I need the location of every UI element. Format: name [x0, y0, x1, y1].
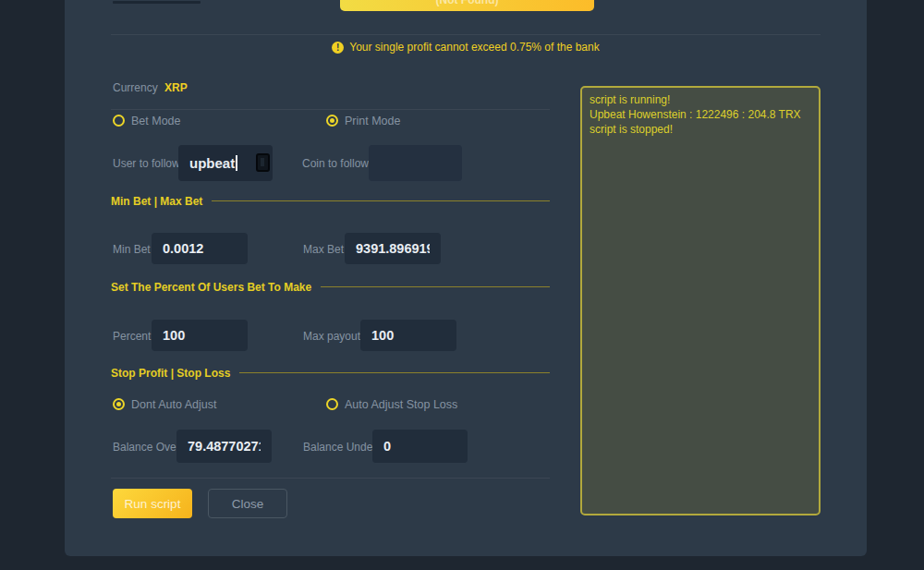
user-to-follow-label: User to follow: [113, 157, 180, 170]
radio-print-mode-label[interactable]: Print Mode: [345, 115, 400, 127]
top-input-partial[interactable]: [113, 1, 201, 4]
min-bet-input[interactable]: [152, 233, 248, 264]
max-bet-input[interactable]: [345, 233, 441, 264]
min-bet-label: Min Bet: [113, 243, 151, 256]
section-minmax: Min Bet | Max Bet: [111, 195, 550, 207]
keyboard-cursor-icon[interactable]: [256, 153, 270, 172]
close-button[interactable]: Close: [208, 489, 287, 518]
balance-over-label: Balance Over: [113, 441, 180, 454]
log-line: script is running!: [590, 92, 811, 107]
radio-auto-adjust-stop-loss[interactable]: [326, 398, 338, 410]
percent-label: Percent: [113, 330, 151, 343]
divider: [111, 34, 821, 35]
balance-over-input[interactable]: [176, 430, 272, 463]
info-icon: !: [332, 42, 344, 54]
currency-label: Currency: [113, 81, 158, 94]
max-payout-input[interactable]: [360, 320, 456, 351]
radio-dont-auto-adjust[interactable]: [113, 398, 125, 410]
divider: [111, 109, 550, 110]
radio-auto-adjust-stop-loss-label[interactable]: Auto Adjust Stop Loss: [345, 398, 457, 411]
section-line: [239, 372, 550, 373]
section-stoploss-title: Stop Profit | Stop Loss: [111, 367, 230, 380]
radio-bet-mode-label[interactable]: Bet Mode: [131, 115, 181, 127]
percent-input[interactable]: [152, 320, 248, 351]
log-line: Upbeat Howenstein : 1222496 : 204.8 TRX: [590, 107, 811, 122]
currency-value[interactable]: XRP: [164, 81, 188, 94]
balance-under-input[interactable]: [372, 430, 468, 463]
max-payout-label: Max payout: [303, 330, 360, 343]
section-stoploss: Stop Profit | Stop Loss: [111, 367, 550, 379]
section-line: [321, 286, 550, 287]
main-action-button[interactable]: (Not Found): [340, 0, 594, 11]
radio-print-mode[interactable]: [326, 115, 338, 127]
coin-to-follow-label: Coin to follow: [302, 157, 369, 170]
radio-dont-auto-adjust-label[interactable]: Dont Auto Adjust: [131, 398, 216, 411]
section-minmax-title: Min Bet | Max Bet: [111, 195, 202, 208]
script-dialog: (Not Found) ! Your single profit cannot …: [65, 0, 867, 556]
section-line: [212, 200, 550, 201]
balance-under-label: Balance Under: [303, 441, 376, 454]
coin-to-follow-input[interactable]: [369, 145, 462, 181]
section-percent: Set The Percent Of Users Bet To Make: [111, 281, 550, 293]
warning-banner: ! Your single profit cannot exceed 0.75%…: [65, 41, 867, 54]
radio-bet-mode[interactable]: [113, 115, 125, 127]
script-log[interactable]: script is running! Upbeat Howenstein : 1…: [580, 86, 821, 515]
run-script-button[interactable]: Run script: [113, 489, 192, 518]
warning-text: Your single profit cannot exceed 0.75% o…: [349, 41, 599, 54]
divider: [111, 478, 550, 479]
max-bet-label: Max Bet: [303, 243, 344, 256]
log-line: script is stopped!: [590, 122, 811, 137]
text-caret: [236, 155, 237, 171]
section-percent-title: Set The Percent Of Users Bet To Make: [111, 281, 311, 294]
